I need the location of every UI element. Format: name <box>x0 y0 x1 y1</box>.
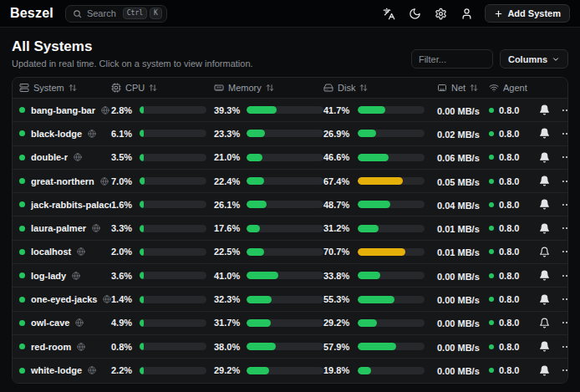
agent-version: 0.8.0 <box>499 271 519 281</box>
cpu-meter <box>140 201 206 208</box>
disk-value: 67.4% <box>323 176 351 186</box>
alerts-bell-button[interactable] <box>537 245 552 259</box>
disk-value: 29.2% <box>323 318 351 328</box>
cpu-cell: 1.6% <box>111 200 214 210</box>
sort-arrows-icon <box>470 84 478 92</box>
status-dot <box>19 107 25 113</box>
row-menu-button[interactable] <box>559 268 568 283</box>
agent-cell: 0.8.0 <box>489 176 537 186</box>
alerts-bell-button[interactable] <box>537 103 552 117</box>
column-header-net[interactable]: Net <box>437 83 489 93</box>
table-row[interactable]: log-lady 3.6% 41.0% 33.8% 0.00 MB/s 0.8.… <box>13 264 567 288</box>
ellipsis-icon <box>561 364 568 376</box>
disk-cell: 70.7% <box>323 247 437 257</box>
alerts-bell-button[interactable] <box>537 268 552 283</box>
systems-table: System CPU Memory Disk <box>12 77 568 384</box>
ethernet-icon <box>437 83 447 93</box>
agent-status-dot <box>489 202 494 207</box>
cpu-cell: 2.0% <box>111 247 214 257</box>
table-row[interactable]: one-eyed-jacks 1.4% 32.3% 55.3% 0.00 MB/… <box>13 288 567 311</box>
row-menu-button[interactable] <box>559 103 568 118</box>
user-menu-button[interactable] <box>456 3 476 23</box>
memory-cell: 32.3% <box>214 294 323 304</box>
row-menu-button[interactable] <box>559 363 568 378</box>
search-box[interactable]: Search Ctrl K <box>65 5 167 23</box>
row-menu-button[interactable] <box>559 292 568 307</box>
alerts-bell-button[interactable] <box>537 293 552 307</box>
row-menu-button[interactable] <box>559 174 568 189</box>
memory-value: 21.0% <box>214 152 240 162</box>
memory-value: 39.3% <box>214 105 240 115</box>
disk-value: 31.2% <box>323 223 351 233</box>
filter-input[interactable] <box>411 49 493 69</box>
table-row[interactable]: white-lodge 2.2% 29.2% 19.8% 0.00 MB/s 0… <box>13 359 567 382</box>
column-header-agent[interactable]: Agent <box>489 83 537 93</box>
agent-cell: 0.8.0 <box>489 318 537 328</box>
alerts-bell-button[interactable] <box>537 221 552 236</box>
memory-meter <box>247 106 323 114</box>
add-system-label: Add System <box>507 8 561 18</box>
beszel-logo[interactable]: Beszel <box>10 6 53 21</box>
memory-value: 32.3% <box>214 294 240 304</box>
system-cell: one-eyed-jacks <box>19 294 111 304</box>
net-value: 0.00 MB/s <box>437 295 480 305</box>
cpu-meter <box>140 272 206 279</box>
alerts-bell-button[interactable] <box>537 197 552 211</box>
table-row[interactable]: black-lodge 6.1% 23.3% 26.9% 0.02 MB/s 0… <box>13 122 567 145</box>
row-menu-button[interactable] <box>559 126 568 141</box>
disk-meter <box>358 367 425 374</box>
add-system-button[interactable]: Add System <box>485 4 570 23</box>
column-header-cpu[interactable]: CPU <box>111 83 214 93</box>
alerts-bell-button[interactable] <box>537 150 552 165</box>
hard-drive-icon <box>323 83 333 93</box>
row-menu-button[interactable] <box>559 221 568 236</box>
ellipsis-icon <box>561 199 568 211</box>
row-menu-button[interactable] <box>559 339 568 354</box>
language-button[interactable] <box>379 3 399 23</box>
memory-value: 26.1% <box>214 200 240 210</box>
table-row[interactable]: localhost 2.0% 22.5% 70.7% 0.01 MB/s 0.8… <box>13 241 567 264</box>
table-row[interactable]: double-r 3.5% 21.0% 46.6% 0.06 MB/s 0.8.… <box>13 146 567 170</box>
status-dot <box>19 155 25 160</box>
memory-value: 17.6% <box>214 223 240 233</box>
wifi-icon <box>489 83 499 93</box>
net-value: 0.05 MB/s <box>437 177 480 187</box>
theme-toggle-button[interactable] <box>404 3 425 23</box>
cpu-value: 1.4% <box>111 294 133 304</box>
table-row[interactable]: jack-rabbits-palace 1.6% 26.1% 48.7% 0.0… <box>13 193 567 216</box>
alerts-bell-button[interactable] <box>537 339 552 354</box>
columns-button[interactable]: Columns <box>500 49 568 69</box>
system-link-icon <box>101 106 109 115</box>
page-subtitle: Updated in real time. Click on a system … <box>12 59 253 69</box>
alerts-bell-button[interactable] <box>537 174 552 188</box>
system-link-icon <box>77 343 85 351</box>
agent-status-dot <box>489 155 494 160</box>
row-menu-button[interactable] <box>559 150 568 165</box>
table-row[interactable]: red-room 0.8% 38.0% 57.9% 0.00 MB/s 0.8.… <box>13 335 567 359</box>
cpu-cell: 3.6% <box>111 271 214 281</box>
column-header-disk[interactable]: Disk <box>323 83 437 93</box>
table-row[interactable]: laura-palmer 3.3% 17.6% 31.2% 0.01 MB/s … <box>13 216 567 240</box>
row-menu-button[interactable] <box>559 244 568 259</box>
table-row[interactable]: bang-bang-bar 2.8% 39.3% 41.7% 0.00 MB/s… <box>13 99 567 122</box>
table-row[interactable]: owl-cave 4.9% 31.7% 29.2% 0.00 MB/s 0.8.… <box>13 312 567 335</box>
alerts-bell-button[interactable] <box>537 126 552 140</box>
cpu-cell: 6.1% <box>111 129 214 139</box>
row-menu-button[interactable] <box>559 197 568 212</box>
disk-meter <box>358 272 425 279</box>
column-header-system[interactable]: System <box>19 83 111 93</box>
alerts-bell-button[interactable] <box>537 364 552 378</box>
cpu-value: 6.1% <box>111 129 133 139</box>
column-header-memory[interactable]: Memory <box>214 83 323 93</box>
main-content: All Systems Updated in real time. Click … <box>0 28 580 384</box>
memory-cell: 22.4% <box>214 176 323 186</box>
bell-icon <box>539 247 550 257</box>
disk-cell: 19.8% <box>323 365 437 375</box>
alerts-bell-button[interactable] <box>537 316 552 330</box>
table-row[interactable]: great-northern 7.0% 22.4% 67.4% 0.05 MB/… <box>13 170 567 193</box>
settings-button[interactable] <box>430 3 450 23</box>
row-menu-button[interactable] <box>559 315 568 330</box>
row-actions <box>537 150 568 165</box>
memory-value: 23.3% <box>214 129 240 139</box>
languages-icon <box>383 8 395 20</box>
